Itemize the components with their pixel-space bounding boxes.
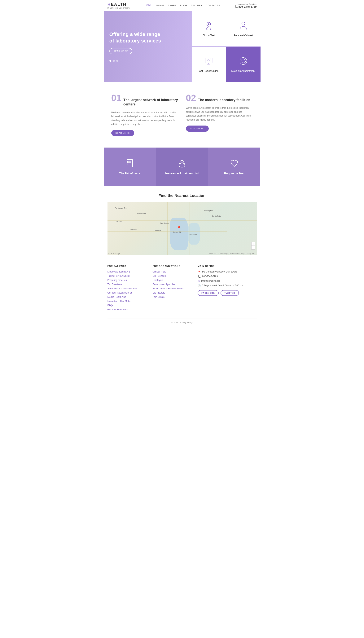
- facebook-button[interactable]: FACEBOOK: [198, 290, 219, 296]
- svg-point-13: [127, 164, 128, 164]
- feature-2-read-more-button[interactable]: READ MORE: [186, 126, 209, 132]
- office-email: info@demolink.org: [201, 280, 220, 282]
- hero-card-appointment[interactable]: Make an Appointment: [226, 47, 260, 82]
- hero-dots: [110, 60, 186, 62]
- phone-number: 800-2345-6789: [238, 5, 257, 8]
- appointment-icon: [238, 56, 248, 68]
- map-zoom-out-button[interactable]: −: [251, 246, 255, 250]
- logo-highlight: H: [108, 2, 111, 7]
- info-service: Information Service: 📞 800-2345-6789: [234, 3, 257, 8]
- map-label-east-orange: East Orange: [160, 222, 170, 224]
- footer-link-employers[interactable]: Employers: [152, 279, 192, 282]
- footer-link-preparing[interactable]: Preparing for a Test: [108, 279, 147, 282]
- footer-link-ehr-vendors[interactable]: EHR Vendors: [152, 275, 192, 277]
- map-label-new-york: New York: [190, 234, 197, 236]
- hero-content: Offering a wide range of laboratory serv…: [104, 11, 192, 82]
- footer-col-organizations: FOR ORGANIZATIONS Clinical Trials EHR Ve…: [152, 265, 192, 312]
- footer-link-clinical-trials[interactable]: Clinical Trials: [152, 270, 192, 273]
- logo-text: EALTH: [111, 2, 126, 7]
- footer-col-patients: FOR PATIENTS Diagnostic Testing A-Z Talk…: [108, 265, 147, 312]
- logo: HEALTH Diagnostic Laboratory: [108, 2, 130, 9]
- features-section: 01 The largest network of laboratory cen…: [104, 82, 260, 148]
- info-label: Information Service:: [234, 3, 257, 5]
- personal-cabinet-icon: [238, 21, 248, 32]
- map-label-newark: Newark: [155, 230, 161, 232]
- appointment-label: Make an Appointment: [231, 70, 255, 72]
- office-hours-row: 🕐 7 Days a week from 9:00 am to 7:00 pm: [198, 284, 257, 287]
- service-panel-list-tests[interactable]: The list of tests: [104, 148, 156, 186]
- request-test-label: Request a Test: [224, 172, 244, 175]
- nav-gallery[interactable]: GALLERY: [191, 4, 202, 7]
- footer-link-faqs[interactable]: FAQs: [108, 304, 147, 307]
- footer-link-pain-clinics[interactable]: Pain Clinics: [152, 296, 192, 298]
- footer-link-mobile-app[interactable]: Mobile Health App: [108, 296, 147, 298]
- footer-link-top-questions[interactable]: Top Questions: [108, 283, 147, 286]
- footer-link-health-plans[interactable]: Health Plans – Health Insurers: [152, 287, 192, 290]
- hours-icon: 🕐: [198, 284, 201, 287]
- email-icon: ✉: [198, 280, 200, 283]
- map-label-sands-pt: Sands Point: [212, 215, 221, 217]
- footer-col-patients-title: FOR PATIENTS: [108, 265, 147, 268]
- feature-2-text: We've done our research to ensure that t…: [186, 106, 253, 122]
- footer-link-talking-doctor[interactable]: Talking To Your Doctor: [108, 275, 147, 277]
- twitter-button[interactable]: TWITTER: [220, 290, 239, 296]
- footer-link-life-insurers[interactable]: Life Insurers: [152, 291, 192, 294]
- footer-link-insurance[interactable]: See Insurance Providers List: [108, 287, 147, 290]
- hero-dot-2[interactable]: [113, 60, 115, 62]
- svg-point-1: [208, 24, 210, 25]
- nav-contacts[interactable]: CONTACTS: [206, 4, 220, 7]
- footer-link-diagnostic[interactable]: Diagnostic Testing A-Z: [108, 270, 147, 273]
- footer-col-office-title: MAIN OFFICE: [198, 265, 257, 268]
- office-phone-row: 📞 800-2345-6789: [198, 275, 257, 278]
- footer-grid: FOR PATIENTS Diagnostic Testing A-Z Talk…: [108, 265, 257, 312]
- hero-card-personal-cabinet[interactable]: Personal Cabinet: [226, 11, 260, 46]
- feature-1-text: We have contracts with laboratories all …: [111, 111, 178, 126]
- get-result-label: Get Result Online: [199, 70, 219, 72]
- nav-about[interactable]: ABOUT: [156, 4, 164, 7]
- footer-col-organizations-title: FOR ORGANIZATIONS: [152, 265, 192, 268]
- nav-home[interactable]: HOME: [144, 4, 152, 7]
- insurance-icon: [177, 159, 187, 170]
- svg-point-6: [240, 58, 247, 65]
- logo-subtitle: Diagnostic Laboratory: [108, 7, 130, 9]
- map-zoom-in-button[interactable]: +: [251, 242, 255, 246]
- map-background: Parsippany-Troy Morristown Chatham Maywo…: [108, 202, 257, 255]
- footer-link-government[interactable]: Government Agencies: [152, 283, 192, 286]
- hero-dot-3[interactable]: [116, 60, 118, 62]
- service-panel-request-test[interactable]: Request a Test: [208, 148, 260, 186]
- nav-pages[interactable]: PAGES: [168, 4, 176, 7]
- map-pin[interactable]: 📍: [176, 226, 182, 231]
- feature-1-title: The largest network of laboratory center…: [123, 98, 178, 107]
- footer-link-results[interactable]: Get Your Results with us: [108, 291, 147, 294]
- feature-1-read-more-button[interactable]: READ MORE: [111, 130, 134, 136]
- map-label-maywood: Maywood: [130, 229, 137, 230]
- site-header: HEALTH Diagnostic Laboratory HOME ABOUT …: [104, 0, 260, 11]
- svg-rect-7: [127, 159, 132, 167]
- service-panel-insurance[interactable]: Insurance Providers List: [156, 148, 208, 186]
- services-strip: The list of tests Insurance Providers Li…: [104, 148, 260, 186]
- insurance-label: Insurance Providers List: [165, 172, 199, 175]
- hero-read-more-button[interactable]: READ MORE: [110, 48, 132, 54]
- hero-cards: Find a Test Personal Cabinet: [192, 11, 260, 82]
- map-label-parsippany: Parsippany-Troy: [115, 207, 128, 209]
- get-result-icon: [204, 56, 214, 68]
- request-test-icon: [230, 159, 239, 170]
- find-test-icon: [204, 21, 214, 32]
- nav-blog[interactable]: BLOG: [180, 4, 187, 7]
- map-label-jersey-city: Jersey City: [173, 231, 182, 233]
- footer-link-innovations[interactable]: Innovations That Matter: [108, 300, 147, 303]
- hero-card-find-test[interactable]: Find a Test: [192, 11, 226, 46]
- footer-link-reminders[interactable]: Get Test Reminders: [108, 308, 147, 311]
- svg-point-11: [127, 161, 128, 162]
- hero-dot-1[interactable]: [110, 60, 111, 62]
- map-label-huntington: Huntington: [204, 210, 213, 212]
- hero-card-get-result[interactable]: Get Result Online: [192, 47, 226, 82]
- copyright: © 2016. Privacy Policy: [172, 321, 192, 324]
- feature-2: 02 The modern laboratory facilities We'v…: [186, 93, 253, 136]
- office-address-row: 📍 My Company Glasgow D04 89GR: [198, 270, 257, 273]
- list-tests-label: The list of tests: [119, 172, 140, 175]
- map-container[interactable]: Parsippany-Troy Morristown Chatham Maywo…: [108, 202, 257, 255]
- footer-col-main-office: MAIN OFFICE 📍 My Company Glasgow D04 89G…: [198, 265, 257, 312]
- feature-2-title: The modern laboratory facilities: [198, 98, 250, 102]
- footer-bottom: © 2016. Privacy Policy: [108, 318, 257, 324]
